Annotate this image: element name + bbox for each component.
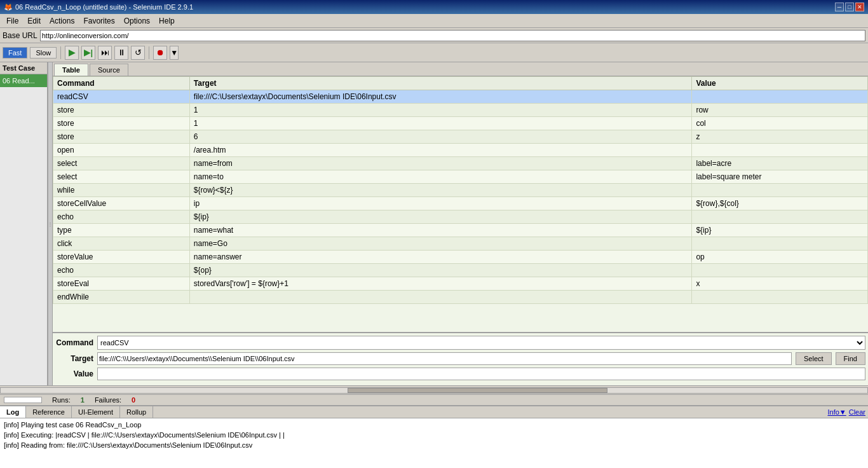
table-row[interactable]: readCSVfile:///C:\Users\extayx\Documents… [53,90,868,104]
table-row[interactable]: storeEvalstoredVars['row'] = ${row}+1x [53,277,868,291]
tab-source[interactable]: Source [90,64,128,76]
tab-table[interactable]: Table [54,64,88,76]
cell-value: label=square meter [692,170,868,184]
table-row[interactable]: clickname=Go [53,237,868,251]
target-input[interactable] [97,352,792,365]
menu-options[interactable]: Options [120,15,154,27]
command-select[interactable]: readCSV [97,336,865,350]
table-row[interactable]: storeCellValueip${row},${col} [53,197,868,210]
baseurl-label: Base URL [3,31,37,40]
table-row[interactable]: typename=what${ip} [53,224,868,237]
menu-file[interactable]: File [3,15,22,27]
cell-command: store [53,130,190,144]
cell-command: select [53,170,190,184]
command-label: Command [55,338,93,347]
col-value: Value [692,77,868,90]
clear-button[interactable]: Clear [849,408,865,416]
record-button[interactable]: ⏺ [153,46,167,60]
close-button[interactable]: ✕ [855,3,864,11]
runs-value: 1 [81,396,85,404]
cell-target: name=Go [189,237,692,251]
cell-target: name=to [189,170,692,184]
value-input[interactable] [97,368,865,380]
cell-target: ip [189,197,692,210]
cell-command: store [53,104,190,117]
col-target: Target [189,77,692,90]
cell-value: op [692,251,868,264]
value-label: Value [55,369,93,378]
cell-value [692,210,868,224]
menu-favorites[interactable]: Favorites [79,15,118,27]
cell-command: click [53,237,190,251]
cell-target: name=what [189,224,692,237]
table-row[interactable]: endWhile [53,291,868,304]
slow-button[interactable]: Slow [30,47,57,59]
menu-edit[interactable]: Edit [24,15,44,27]
cell-value [692,90,868,104]
info-button[interactable]: Info▼ [827,408,846,416]
log-tab-ui-element[interactable]: UI-Element [72,406,120,418]
toolbar: Fast Slow ▶ ▶| ⏭ ⏸ ↺ ⏺ ▼ [0,43,868,62]
failures-value: 0 [132,396,135,404]
table-body: readCSVfile:///C:\Users\extayx\Documents… [53,90,868,304]
record-dropdown[interactable]: ▼ [170,46,179,60]
title-text: 🦊 06 ReadCsv_n_Loop (untitled suite) - S… [4,3,193,11]
table-row[interactable]: echo${ip} [53,210,868,224]
cell-command: storeValue [53,251,190,264]
fast-button[interactable]: Fast [3,47,27,59]
cell-command: readCSV [53,90,190,104]
cell-target: ${row}<${z} [189,184,692,197]
vertical-splitter[interactable]: ⋮ [48,62,53,385]
cell-value [692,184,868,197]
play-current-button[interactable]: ▶| [81,46,95,60]
log-tab-log[interactable]: Log [0,406,26,418]
table-row[interactable]: store1row [53,104,868,117]
play-all-button[interactable]: ▶ [65,46,79,60]
pause-button[interactable]: ⏸ [114,46,128,60]
hscroll-thumb[interactable] [348,388,607,393]
cell-command: while [53,184,190,197]
content-area: Table Source Command Target Value readCS… [53,62,868,385]
cell-command: open [53,144,190,157]
log-tab-rollup[interactable]: Rollup [120,406,153,418]
table-row[interactable]: storeValuename=answerop [53,251,868,264]
minimize-button[interactable]: ─ [835,3,844,11]
select-button[interactable]: Select [796,352,832,365]
table-row[interactable]: selectname=tolabel=square meter [53,170,868,184]
command-table-wrapper[interactable]: Command Target Value readCSVfile:///C:\U… [53,76,868,332]
cell-target [189,291,692,304]
table-row[interactable]: echo${op} [53,264,868,277]
find-button[interactable]: Find [836,352,865,365]
table-row[interactable]: while${row}<${z} [53,184,868,197]
window-title: 06 ReadCsv_n_Loop (untitled suite) - Sel… [15,3,193,11]
test-case-item[interactable]: 06 Read... [0,74,47,87]
hscroll-track[interactable] [0,387,868,394]
cell-target: name=answer [189,251,692,264]
cell-value [692,264,868,277]
main-container: Test Case 06 Read... ⋮ Table Source Comm… [0,62,868,385]
cell-value: row [692,104,868,117]
restore-button[interactable]: □ [845,3,854,11]
cell-value: label=acre [692,157,868,170]
table-row[interactable]: store6z [53,130,868,144]
log-content: [info] Playing test case 06 ReadCsv_n_Lo… [0,418,868,468]
stop-button[interactable]: ↺ [131,46,145,60]
baseurl-input[interactable] [40,30,865,41]
cell-value [692,237,868,251]
target-row: Target Select Find [55,352,865,365]
log-tab-reference[interactable]: Reference [26,406,72,418]
cell-value: ${row},${col} [692,197,868,210]
table-row[interactable]: open/area.htm [53,144,868,157]
hscroll[interactable] [0,385,868,394]
cell-command: type [53,224,190,237]
menu-actions[interactable]: Actions [46,15,78,27]
table-row[interactable]: selectname=fromlabel=acre [53,157,868,170]
play-next-button[interactable]: ⏭ [98,46,112,60]
stats-bar: Runs: 1 Failures: 0 [0,394,868,405]
toolbar-separator-1 [60,46,61,59]
table-row[interactable]: store1col [53,117,868,130]
cell-value: ${ip} [692,224,868,237]
menu-help[interactable]: Help [155,15,179,27]
progress-bar-container [4,397,42,403]
log-actions: Info▼ Clear [827,408,868,416]
